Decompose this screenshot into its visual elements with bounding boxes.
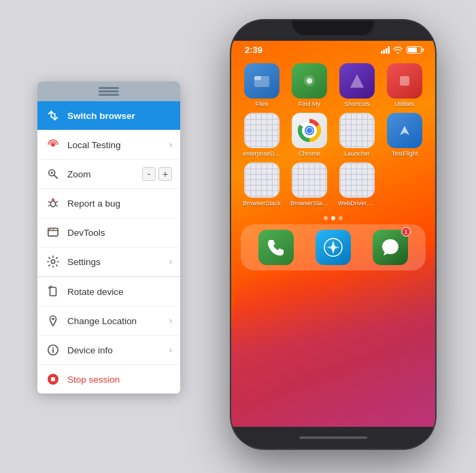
svg-point-17: [52, 318, 54, 321]
device-info-icon: [46, 343, 61, 357]
svg-rect-24: [388, 46, 390, 54]
messages-badge: 1: [401, 227, 411, 236]
settings-chevron: ›: [169, 257, 172, 266]
zoom-icon: [46, 167, 61, 181]
svg-rect-23: [386, 48, 388, 54]
app-testflight[interactable]: TestFlight: [384, 113, 426, 157]
settings-label: Settings: [67, 257, 169, 267]
change-location-chevron: ›: [169, 316, 172, 326]
menu-panel: Switch browser Local Testing › Zoom - +: [37, 82, 180, 393]
app-grid: Files Find My Shortcuts Utilities: [231, 56, 435, 213]
devtools-label: DevTools: [67, 228, 172, 238]
dock-app-safari[interactable]: [316, 230, 351, 265]
svg-marker-37: [326, 245, 340, 249]
switch-browser-label: Switch browser: [67, 111, 172, 121]
app-browserstack-1-label: BrowserStack: [243, 200, 281, 207]
menu-item-local-testing[interactable]: Local Testing ›: [37, 130, 180, 160]
change-location-label: Change Location: [67, 316, 169, 326]
app-launcher-label: Launcher: [344, 150, 370, 157]
app-webdriver-label: WebDriverAgen...: [338, 200, 376, 207]
page-dot-2: [331, 216, 335, 220]
device-info-label: Device info: [67, 345, 169, 355]
bug-icon: [46, 196, 61, 211]
zoom-plus-button[interactable]: +: [158, 167, 172, 181]
app-browserstack-2[interactable]: BrowserStackU...: [288, 162, 330, 207]
app-utilities[interactable]: Utilities: [384, 63, 426, 107]
menu-item-settings[interactable]: Settings ›: [37, 247, 180, 277]
phone-bottom-bar: [231, 427, 435, 449]
wifi-icon: [393, 46, 403, 54]
svg-rect-26: [254, 76, 261, 80]
local-testing-chevron: ›: [169, 140, 172, 150]
menu-item-zoom[interactable]: Zoom - +: [37, 160, 180, 189]
svg-line-9: [56, 205, 58, 207]
svg-rect-21: [381, 51, 383, 54]
phone-device: 2:39: [231, 20, 435, 449]
app-chrome-label: Chrome: [299, 150, 320, 157]
settings-icon: [46, 254, 61, 269]
menu-item-change-location[interactable]: Change Location ›: [37, 306, 180, 336]
zoom-minus-button[interactable]: -: [142, 167, 156, 181]
device-info-chevron: ›: [169, 345, 172, 355]
phone-notch: [292, 20, 374, 35]
app-findmy[interactable]: Find My: [288, 63, 330, 107]
home-indicator: [299, 436, 367, 439]
app-enterprise-dummy[interactable]: enterpriseDummy: [241, 113, 283, 157]
local-testing-icon: [46, 137, 61, 152]
svg-point-5: [50, 200, 55, 207]
dock: 1: [241, 224, 426, 270]
svg-point-20: [52, 347, 54, 349]
status-bar: 2:39: [231, 41, 435, 56]
drag-handle-icon: [99, 87, 119, 89]
app-shortcuts[interactable]: Shortcuts: [336, 63, 378, 107]
menu-handle[interactable]: [37, 82, 180, 101]
svg-line-6: [48, 201, 51, 203]
page-dot-3: [339, 216, 343, 220]
phone-notch-area: [231, 20, 435, 41]
page-dots: [231, 216, 435, 220]
dock-app-phone[interactable]: [258, 230, 294, 265]
app-shortcuts-label: Shortcuts: [344, 101, 370, 107]
svg-point-34: [307, 128, 312, 133]
local-testing-label: Local Testing: [67, 140, 169, 150]
menu-item-rotate[interactable]: Rotate device: [37, 277, 180, 306]
svg-point-0: [51, 143, 54, 146]
dock-app-messages[interactable]: 1: [373, 230, 408, 265]
svg-line-2: [54, 175, 58, 179]
signal-icon: [381, 46, 390, 54]
svg-line-8: [48, 205, 51, 207]
svg-point-28: [307, 78, 312, 84]
menu-item-stop-session[interactable]: Stop session: [37, 365, 180, 393]
battery-icon: [407, 46, 422, 54]
zoom-label: Zoom: [67, 169, 142, 179]
menu-item-devtools[interactable]: DevTools: [37, 218, 180, 247]
app-launcher[interactable]: Launcher: [336, 113, 378, 157]
app-webdriver[interactable]: WebDriverAgen...: [336, 162, 378, 207]
rotate-icon: [46, 284, 61, 299]
menu-item-report-bug[interactable]: Report a bug: [37, 189, 180, 218]
app-chrome[interactable]: Chrome: [288, 113, 330, 157]
app-testflight-label: TestFlight: [392, 150, 418, 157]
svg-rect-16: [50, 287, 56, 296]
app-files[interactable]: Files: [241, 63, 283, 107]
svg-rect-30: [400, 76, 409, 86]
svg-rect-22: [384, 50, 386, 54]
stop-session-icon: [46, 372, 61, 387]
svg-line-7: [56, 201, 58, 203]
app-enterprise-dummy-label: enterpriseDummy: [243, 150, 281, 157]
menu-item-switch-browser[interactable]: Switch browser: [37, 101, 180, 130]
app-utilities-label: Utilities: [394, 101, 414, 107]
rotate-label: Rotate device: [67, 287, 172, 297]
phone-screen[interactable]: 2:39: [231, 41, 435, 427]
app-browserstack-2-label: BrowserStackU...: [290, 200, 328, 207]
svg-point-13: [51, 229, 52, 230]
svg-point-15: [51, 260, 54, 263]
menu-item-device-info[interactable]: Device info ›: [37, 336, 180, 365]
app-browserstack-1[interactable]: BrowserStack: [241, 162, 283, 207]
stop-session-label: Stop session: [67, 374, 172, 385]
location-icon: [46, 313, 61, 328]
svg-marker-29: [350, 74, 364, 88]
svg-point-14: [53, 229, 54, 230]
app-files-label: Files: [255, 101, 268, 107]
page-dot-1: [324, 216, 328, 220]
